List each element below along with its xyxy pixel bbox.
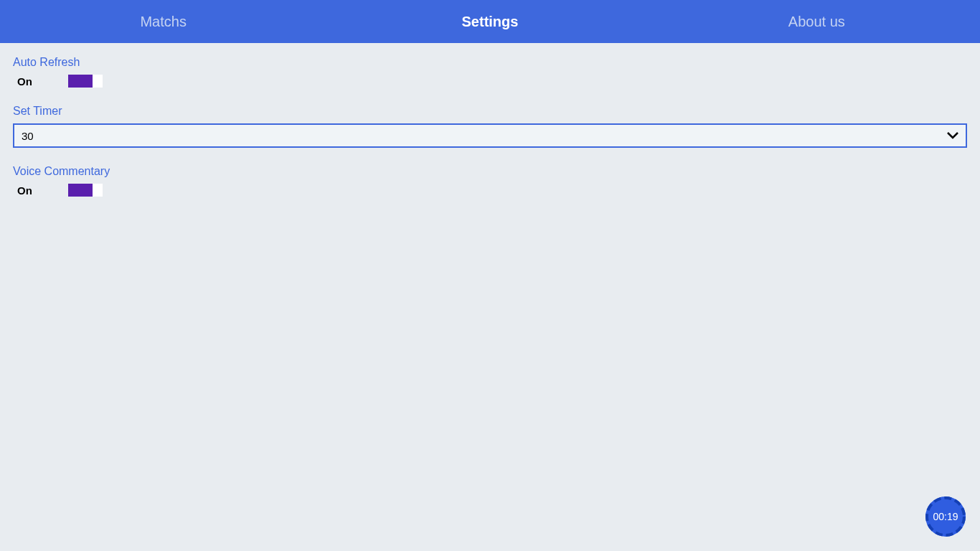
auto-refresh-group: Auto Refresh On: [13, 56, 967, 88]
voice-commentary-group: Voice Commentary On: [13, 165, 967, 197]
timer-text: 00:19: [933, 511, 958, 522]
set-timer-group: Set Timer: [13, 105, 967, 148]
voice-commentary-label: Voice Commentary: [13, 165, 967, 178]
voice-commentary-state: On: [17, 184, 32, 197]
tab-about[interactable]: About us: [654, 14, 980, 30]
voice-commentary-toggle[interactable]: [68, 184, 103, 197]
auto-refresh-toggle[interactable]: [68, 75, 103, 88]
toggle-fill: [68, 184, 93, 197]
set-timer-label: Set Timer: [13, 105, 967, 118]
tab-matchs[interactable]: Matchs: [0, 14, 326, 30]
set-timer-dropdown-container: [13, 123, 967, 148]
settings-content: Auto Refresh On Set Timer Voice Commenta…: [0, 43, 980, 227]
top-nav-bar: Matchs Settings About us: [0, 0, 980, 43]
set-timer-dropdown[interactable]: [13, 123, 967, 148]
auto-refresh-state: On: [17, 75, 32, 88]
tab-settings[interactable]: Settings: [326, 14, 653, 30]
timer-badge[interactable]: 00:19: [924, 495, 967, 538]
toggle-fill: [68, 75, 93, 88]
auto-refresh-label: Auto Refresh: [13, 56, 967, 69]
auto-refresh-row: On: [17, 75, 967, 88]
voice-commentary-row: On: [17, 184, 967, 197]
